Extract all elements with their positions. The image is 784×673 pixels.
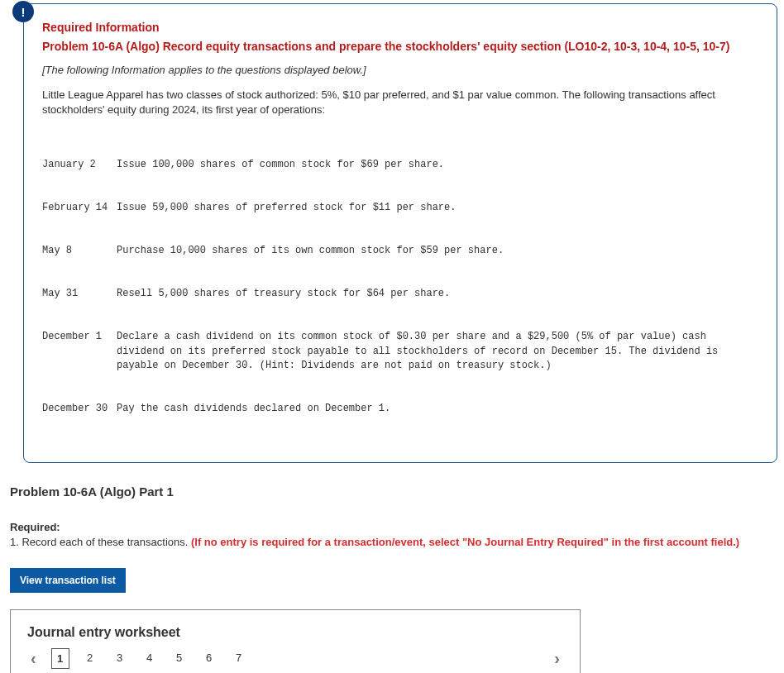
journal-worksheet: Journal entry worksheet ‹ 1 2 3 4 5 6 7 … bbox=[10, 609, 581, 673]
transaction-row: May 31Resell 5,000 shares of treasury st… bbox=[42, 287, 758, 301]
worksheet-tabs: 1 2 3 4 5 6 7 bbox=[51, 648, 540, 669]
required-block: Required: 1. Record each of these transa… bbox=[10, 520, 784, 550]
required-hint: (If no entry is required for a transacti… bbox=[191, 536, 739, 548]
problem-title: Problem 10-6A (Algo) Record equity trans… bbox=[42, 39, 758, 55]
required-info-heading: Required Information bbox=[42, 21, 758, 34]
tab-6[interactable]: 6 bbox=[200, 648, 218, 669]
tab-3[interactable]: 3 bbox=[111, 648, 129, 669]
problem-card: ! Required Information Problem 10-6A (Al… bbox=[23, 3, 777, 463]
required-label: Required: bbox=[10, 521, 60, 533]
transaction-row: May 8Purchase 10,000 shares of its own c… bbox=[42, 244, 758, 258]
tab-5[interactable]: 5 bbox=[170, 648, 189, 669]
applies-note: [The following Information applies to th… bbox=[42, 64, 758, 76]
transaction-list: January 2Issue 100,000 shares of common … bbox=[42, 129, 758, 446]
tab-4[interactable]: 4 bbox=[141, 648, 159, 669]
chevron-right-icon[interactable]: › bbox=[551, 649, 563, 668]
view-transaction-list-button[interactable]: View transaction list bbox=[10, 568, 126, 593]
transaction-row: December 30Pay the cash dividends declar… bbox=[42, 402, 758, 416]
transaction-row: February 14Issue 59,000 shares of prefer… bbox=[42, 201, 758, 215]
chevron-left-icon[interactable]: ‹ bbox=[27, 649, 40, 668]
part-title: Problem 10-6A (Algo) Part 1 bbox=[10, 484, 784, 499]
tab-1[interactable]: 1 bbox=[51, 648, 69, 669]
tab-2[interactable]: 2 bbox=[81, 648, 99, 669]
alert-icon: ! bbox=[12, 1, 34, 22]
tab-7[interactable]: 7 bbox=[230, 648, 248, 669]
required-item: 1. Record each of these transactions. bbox=[10, 536, 191, 548]
worksheet-tab-row: ‹ 1 2 3 4 5 6 7 › bbox=[27, 648, 563, 669]
transaction-row: January 2Issue 100,000 shares of common … bbox=[42, 158, 758, 172]
transaction-row: December 1Declare a cash dividend on its… bbox=[42, 330, 758, 373]
worksheet-title: Journal entry worksheet bbox=[27, 625, 563, 640]
intro-text: Little League Apparel has two classes of… bbox=[42, 88, 758, 117]
